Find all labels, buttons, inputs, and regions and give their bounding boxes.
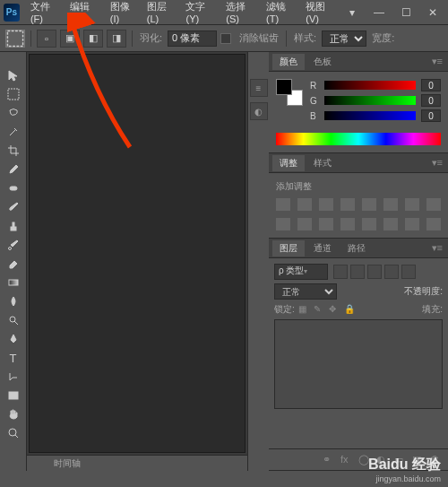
blur-tool-icon[interactable] xyxy=(4,292,23,310)
feather-input[interactable] xyxy=(168,30,217,47)
panel-menu-icon[interactable]: ▾≡ xyxy=(426,56,448,67)
close-button[interactable]: ✕ xyxy=(421,4,444,21)
tab-paths[interactable]: 路径 xyxy=(340,240,373,257)
link-layers-icon[interactable]: ⚭ xyxy=(323,454,335,466)
style-select[interactable]: 正常 xyxy=(322,30,366,47)
canvas[interactable] xyxy=(29,54,246,453)
b-slider[interactable] xyxy=(324,111,416,120)
subtract-selection-icon[interactable]: ◧ xyxy=(83,30,103,48)
menu-layer[interactable]: 图层(L) xyxy=(142,0,181,27)
filter-adjust-icon[interactable] xyxy=(350,265,365,279)
selective-color-icon[interactable] xyxy=(426,218,441,230)
filter-type-icon[interactable] xyxy=(367,265,382,279)
wand-tool-icon[interactable] xyxy=(4,123,23,141)
hue-strip[interactable] xyxy=(276,133,441,145)
fg-bg-swatch[interactable] xyxy=(276,79,303,106)
tab-color[interactable]: 颜色 xyxy=(272,54,305,70)
menu-select[interactable]: 选择(S) xyxy=(220,0,261,27)
lock-pixels-icon[interactable]: ✎ xyxy=(314,304,324,315)
tab-swatches[interactable]: 色板 xyxy=(306,54,339,70)
curves-icon[interactable] xyxy=(319,198,333,211)
timeline-tab[interactable]: 时间轴 xyxy=(54,457,81,470)
b-value[interactable] xyxy=(421,109,441,122)
panel-menu-icon[interactable]: ▾≡ xyxy=(426,242,448,254)
properties-panel-icon[interactable]: ◐ xyxy=(250,102,268,120)
eraser-tool-icon[interactable] xyxy=(4,255,23,273)
blend-mode-select[interactable]: 正常 xyxy=(274,283,337,300)
hand-tool-icon[interactable] xyxy=(4,405,23,423)
minimize-button[interactable]: — xyxy=(367,4,391,21)
heal-tool-icon[interactable] xyxy=(4,179,23,197)
type-tool-icon[interactable]: T xyxy=(4,349,23,367)
shape-tool-icon[interactable] xyxy=(4,387,23,404)
fx-icon[interactable]: fx xyxy=(340,454,353,466)
r-slider[interactable] xyxy=(324,81,416,90)
lock-position-icon[interactable]: ✥ xyxy=(329,304,340,315)
svg-rect-9 xyxy=(9,392,18,399)
zoom-tool-icon[interactable] xyxy=(4,424,23,442)
gradient-tool-icon[interactable] xyxy=(4,274,23,291)
marquee-tool-icon[interactable] xyxy=(4,85,23,103)
hue-icon[interactable] xyxy=(383,198,398,211)
menu-edit[interactable]: 编辑(E) xyxy=(65,0,105,27)
photo-filter-icon[interactable] xyxy=(276,218,290,230)
gradient-map-icon[interactable] xyxy=(405,218,419,230)
pen-tool-icon[interactable] xyxy=(4,330,23,348)
channel-mixer-icon[interactable] xyxy=(297,218,312,230)
tab-styles[interactable]: 样式 xyxy=(306,155,339,171)
antialias-checkbox[interactable] xyxy=(220,33,231,44)
layers-list[interactable] xyxy=(274,319,443,409)
eyedropper-tool-icon[interactable] xyxy=(4,161,23,178)
canvas-bottom-bar: 时间轴 xyxy=(27,455,247,471)
fg-color[interactable] xyxy=(276,79,292,95)
new-selection-icon[interactable]: ▫ xyxy=(37,30,56,48)
color-balance-icon[interactable] xyxy=(405,198,419,211)
g-value[interactable] xyxy=(421,94,441,107)
lock-all-icon[interactable]: 🔒 xyxy=(344,304,355,315)
filter-kind-select[interactable]: ρ 类型▾ xyxy=(274,264,328,280)
menu-image[interactable]: 图像(I) xyxy=(105,0,142,27)
history-panel-icon[interactable]: ≡ xyxy=(250,79,268,97)
svg-line-11 xyxy=(15,435,18,438)
lock-transparent-icon[interactable]: ▦ xyxy=(298,304,309,315)
threshold-icon[interactable] xyxy=(383,218,398,230)
filter-shape-icon[interactable] xyxy=(384,265,399,279)
tab-adjustments[interactable]: 调整 xyxy=(272,155,305,171)
menu-file[interactable]: 文件(F) xyxy=(25,0,65,27)
bw-icon[interactable] xyxy=(426,198,441,211)
posterize-icon[interactable] xyxy=(362,218,376,230)
add-selection-icon[interactable]: ▣ xyxy=(60,30,80,48)
menu-filter[interactable]: 滤镜(T) xyxy=(261,0,300,27)
more-icon[interactable]: ▾ xyxy=(340,4,364,21)
tab-layers[interactable]: 图层 xyxy=(272,240,305,257)
panel-menu-icon[interactable]: ▾≡ xyxy=(426,157,448,169)
vibrance-icon[interactable] xyxy=(362,198,376,211)
path-tool-icon[interactable] xyxy=(4,368,23,386)
brush-tool-icon[interactable] xyxy=(4,198,23,216)
marquee-tool-icon[interactable] xyxy=(5,30,25,48)
exposure-icon[interactable] xyxy=(340,198,355,211)
filter-pixel-icon[interactable] xyxy=(333,265,348,279)
filter-smart-icon[interactable] xyxy=(401,265,416,279)
maximize-button[interactable]: ☐ xyxy=(394,4,418,21)
crop-tool-icon[interactable] xyxy=(4,142,23,160)
levels-icon[interactable] xyxy=(297,198,312,211)
antialias-label: 消除锯齿 xyxy=(239,31,279,45)
history-brush-icon[interactable] xyxy=(4,236,23,254)
tab-channels[interactable]: 通道 xyxy=(306,240,339,257)
intersect-selection-icon[interactable]: ◨ xyxy=(107,30,126,48)
separator xyxy=(30,30,31,47)
invert-icon[interactable] xyxy=(340,218,355,230)
lookup-icon[interactable] xyxy=(319,218,333,230)
stamp-tool-icon[interactable] xyxy=(4,217,23,235)
g-slider[interactable] xyxy=(324,96,416,105)
brightness-icon[interactable] xyxy=(276,198,290,211)
r-value[interactable] xyxy=(421,79,441,91)
collapsed-panels: ≡ ◐ xyxy=(247,52,269,471)
menu-view[interactable]: 视图(V) xyxy=(300,0,340,27)
lasso-tool-icon[interactable] xyxy=(4,104,23,122)
dodge-tool-icon[interactable] xyxy=(4,311,23,329)
move-tool-icon[interactable] xyxy=(4,66,23,84)
fill-label: 填充: xyxy=(422,303,443,316)
menu-type[interactable]: 文字(Y) xyxy=(180,0,220,27)
